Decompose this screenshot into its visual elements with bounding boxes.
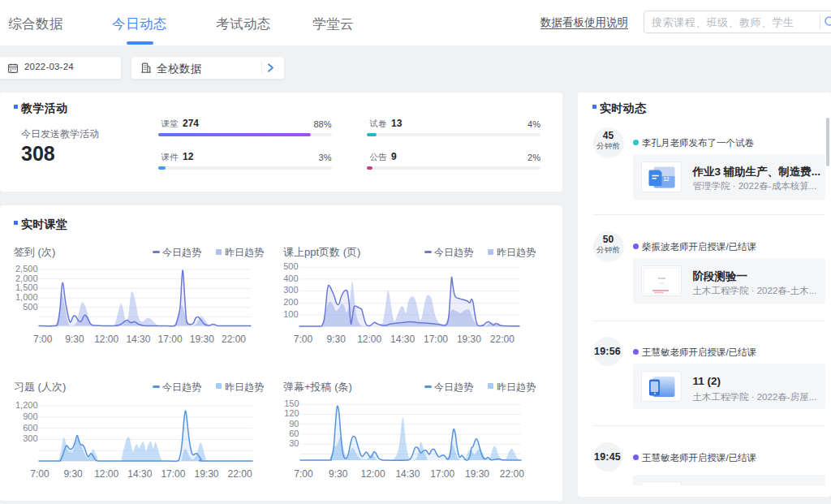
svg-text:17:00: 17:00 xyxy=(161,468,185,480)
svg-text:9:30: 9:30 xyxy=(329,468,348,480)
svg-text:22:00: 22:00 xyxy=(228,468,252,480)
svg-text:17:00: 17:00 xyxy=(424,334,448,345)
svg-text:2,000: 2,000 xyxy=(15,274,38,283)
svg-text:7:00: 7:00 xyxy=(294,334,313,345)
svg-text:19:30: 19:30 xyxy=(190,334,214,345)
svg-text:9:30: 9:30 xyxy=(63,468,83,480)
svg-text:400: 400 xyxy=(283,274,298,283)
svg-text:60: 60 xyxy=(289,429,299,438)
svg-text:1,000: 1,000 xyxy=(15,292,38,302)
svg-text:7:00: 7:00 xyxy=(294,468,313,480)
svg-text:12:00: 12:00 xyxy=(361,468,385,480)
svg-text:1,500: 1,500 xyxy=(15,282,38,292)
svg-text:2,500: 2,500 xyxy=(15,264,38,274)
svg-text:19:30: 19:30 xyxy=(465,468,489,480)
svg-text:14:30: 14:30 xyxy=(127,468,152,480)
svg-text:90: 90 xyxy=(289,419,299,429)
svg-text:22:00: 22:00 xyxy=(500,468,524,480)
svg-text:22:00: 22:00 xyxy=(490,334,515,345)
svg-text:12: 12 xyxy=(664,175,670,181)
svg-text:19:30: 19:30 xyxy=(194,468,218,480)
svg-text:19:30: 19:30 xyxy=(457,334,481,345)
svg-text:7:00: 7:00 xyxy=(33,334,53,345)
svg-text:7:00: 7:00 xyxy=(30,468,50,480)
svg-text:300: 300 xyxy=(283,285,298,295)
svg-text:150: 150 xyxy=(284,398,299,408)
svg-text:30: 30 xyxy=(289,438,299,448)
svg-text:9:30: 9:30 xyxy=(65,334,84,345)
svg-text:100: 100 xyxy=(283,309,298,319)
svg-text:14:30: 14:30 xyxy=(126,334,150,345)
svg-text:12:00: 12:00 xyxy=(357,334,381,345)
svg-text:300: 300 xyxy=(23,433,37,443)
svg-text:12:00: 12:00 xyxy=(94,334,118,345)
svg-text:900: 900 xyxy=(23,411,37,421)
svg-text:500: 500 xyxy=(23,302,37,312)
svg-text:120: 120 xyxy=(284,408,299,418)
svg-text:17:00: 17:00 xyxy=(430,468,454,480)
svg-text:14:30: 14:30 xyxy=(395,468,420,480)
svg-text:14:30: 14:30 xyxy=(390,334,415,345)
svg-text:9:30: 9:30 xyxy=(327,334,347,345)
svg-text:1,200: 1,200 xyxy=(15,400,38,410)
svg-text:200: 200 xyxy=(283,297,298,307)
svg-text:17:00: 17:00 xyxy=(158,334,183,345)
svg-text:600: 600 xyxy=(23,423,37,433)
svg-text:500: 500 xyxy=(283,261,298,271)
svg-text:22:00: 22:00 xyxy=(222,334,246,345)
svg-text:12:00: 12:00 xyxy=(94,468,118,480)
